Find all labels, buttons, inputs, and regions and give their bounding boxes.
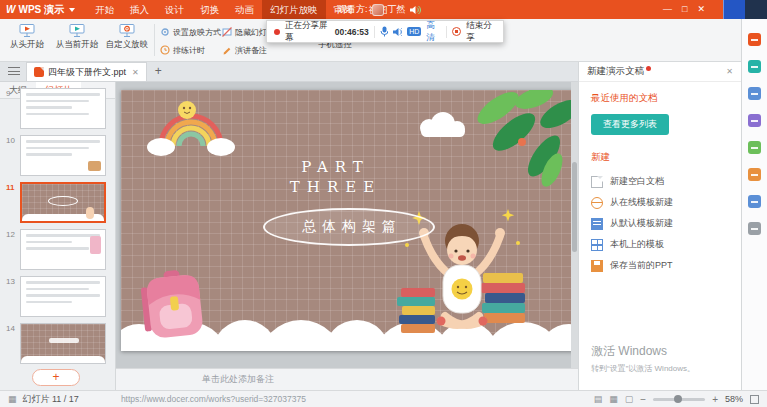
current-slide[interactable]: PART THREE 总体构架篇 bbox=[121, 90, 574, 351]
hide-slide-icon bbox=[222, 27, 232, 37]
stop-share-button[interactable]: 结束分享 bbox=[466, 20, 496, 44]
save-current-ppt-item[interactable]: 保存当前的PPT bbox=[591, 255, 729, 276]
add-slide-button[interactable]: + bbox=[32, 369, 80, 386]
viewer-name: 丁然 bbox=[388, 3, 406, 16]
close-document-icon[interactable]: ✕ bbox=[132, 68, 139, 77]
titlebar: W WPS 演示 开始 插入 设计 切换 动画 幻灯片放映 审阅 视图 观看方:… bbox=[0, 0, 767, 19]
meeting-viewer-info: 观看方: 丁然 bbox=[338, 0, 421, 19]
docer-url: https://www.docer.com/works?userid=32703… bbox=[121, 394, 306, 404]
search-icon[interactable] bbox=[748, 195, 761, 208]
chart-icon[interactable] bbox=[748, 114, 761, 127]
new-from-online-template-item[interactable]: 从在线模板新建 bbox=[591, 192, 729, 213]
thumbnail-row: 9 bbox=[0, 85, 115, 132]
book-stack-right bbox=[481, 273, 525, 323]
slide-thumbnail-10[interactable] bbox=[20, 135, 106, 176]
setup-show-button[interactable]: 设置放映方式 bbox=[160, 24, 221, 40]
share-status-text: 正在分享屏幕 bbox=[285, 20, 330, 44]
document-tabbar: 四年级下册作文.ppt ✕ + bbox=[0, 62, 578, 82]
close-button[interactable]: ✕ bbox=[697, 0, 705, 19]
recent-docs-header: 最近使用的文档 bbox=[591, 92, 729, 105]
new-section-header: 新建 bbox=[591, 151, 729, 164]
image-upload-icon[interactable] bbox=[748, 141, 761, 154]
default-template-icon bbox=[591, 218, 603, 230]
notes-area[interactable]: 单击此处添加备注 bbox=[116, 368, 578, 390]
viewer-label: 观看方: bbox=[338, 3, 368, 16]
new-from-default-template-item[interactable]: 从默认模板新建 bbox=[591, 213, 729, 234]
taskpane-close-icon[interactable]: ✕ bbox=[726, 67, 733, 76]
app-menu-caret-icon[interactable] bbox=[69, 8, 75, 12]
blank-doc-icon bbox=[591, 176, 603, 188]
tab-slideshow[interactable]: 幻灯片放映 bbox=[262, 0, 326, 19]
audio-icon[interactable] bbox=[393, 27, 403, 37]
hd-quality-label[interactable]: 高清 bbox=[426, 20, 441, 44]
right-tool-strip bbox=[741, 19, 767, 390]
speaker-notes-button[interactable]: 演讲备注 bbox=[222, 42, 267, 58]
share-timer: 00:46:53 bbox=[335, 27, 369, 37]
zoom-slider[interactable] bbox=[653, 398, 705, 401]
fullscreen-icon[interactable] bbox=[750, 395, 759, 404]
normal-view-icon[interactable]: ▤ bbox=[594, 394, 603, 404]
slide-thumbnail-11-selected[interactable] bbox=[20, 182, 106, 223]
thumbnail-row: 14 bbox=[0, 320, 115, 364]
gear-icon bbox=[160, 27, 170, 37]
zoom-slider-knob[interactable] bbox=[674, 395, 682, 403]
zoom-level: 58% bbox=[725, 394, 743, 404]
clock-icon bbox=[160, 45, 170, 55]
canvas-scrollbar[interactable] bbox=[571, 82, 578, 368]
online-template-icon bbox=[591, 197, 603, 209]
reading-view-icon[interactable]: ▢ bbox=[625, 394, 634, 404]
microphone-icon[interactable] bbox=[380, 26, 388, 37]
rehearse-timing-button[interactable]: 排练计时 bbox=[160, 42, 205, 58]
app-title: WPS 演示 bbox=[18, 3, 64, 17]
maximize-button[interactable]: □ bbox=[682, 0, 687, 19]
screen-share-panel: 正在分享屏幕 00:46:53 HD 高清 结束分享 bbox=[266, 20, 504, 43]
zoom-in-button[interactable]: + bbox=[712, 394, 718, 405]
document-tab[interactable]: 四年级下册作文.ppt ✕ bbox=[26, 62, 147, 81]
taskbar-overlay bbox=[723, 0, 767, 19]
recommend-icon[interactable] bbox=[748, 168, 761, 181]
tab-insert[interactable]: 插入 bbox=[122, 0, 157, 19]
part-three-text[interactable]: PART THREE bbox=[121, 158, 574, 197]
local-templates-item[interactable]: 本机上的模板 bbox=[591, 234, 729, 255]
tab-design[interactable]: 设计 bbox=[157, 0, 192, 19]
transition-icon[interactable] bbox=[748, 60, 761, 73]
minimize-button[interactable]: — bbox=[663, 0, 672, 19]
slide-title-oval[interactable]: 总体构架篇 bbox=[263, 208, 435, 246]
shape-icon[interactable] bbox=[748, 87, 761, 100]
taskpane-title: 新建演示文稿 bbox=[587, 65, 644, 78]
recording-dot-icon bbox=[274, 29, 280, 35]
taskbar-app-icon[interactable] bbox=[723, 0, 745, 19]
viewer-avatar bbox=[372, 4, 384, 16]
thumbnail-row: 12 bbox=[0, 226, 115, 273]
hd-badge: HD bbox=[407, 27, 421, 36]
grid-view-icon[interactable]: ▦ bbox=[8, 394, 17, 404]
wps-logo[interactable]: W WPS 演示 bbox=[6, 3, 75, 17]
tab-home[interactable]: 开始 bbox=[87, 0, 122, 19]
play-from-current-icon bbox=[69, 24, 85, 37]
play-from-current-button[interactable]: 从当前开始 bbox=[52, 21, 102, 59]
slide-thumbnail-14[interactable] bbox=[20, 323, 106, 364]
tab-transition[interactable]: 切换 bbox=[192, 0, 227, 19]
slide-thumbnail-12[interactable] bbox=[20, 229, 106, 270]
editor-canvas: PART THREE 总体构架篇 bbox=[116, 82, 578, 368]
taskbar-corner-icon[interactable] bbox=[745, 0, 767, 19]
play-from-start-button[interactable]: 从头开始 bbox=[2, 21, 52, 59]
thumbnail-row: 11 bbox=[0, 179, 115, 226]
zoom-out-button[interactable]: − bbox=[640, 394, 646, 405]
new-blank-doc-item[interactable]: 新建空白文档 bbox=[591, 171, 729, 192]
sorter-view-icon[interactable]: ▦ bbox=[609, 394, 618, 404]
new-file-icon[interactable] bbox=[748, 33, 761, 46]
custom-show-icon bbox=[119, 24, 135, 37]
tab-animation[interactable]: 动画 bbox=[227, 0, 262, 19]
slide-thumbnail-9[interactable] bbox=[20, 88, 106, 129]
settings-icon[interactable] bbox=[748, 222, 761, 235]
custom-show-button[interactable]: 自定义放映 bbox=[102, 21, 152, 59]
ribbon-separator bbox=[154, 24, 155, 56]
statusbar-right: ▤ ▦ ▢ − + 58% bbox=[594, 394, 767, 405]
new-document-tab-button[interactable]: + bbox=[155, 64, 162, 78]
menu-icon[interactable] bbox=[8, 67, 20, 75]
slide-thumbnail-13[interactable] bbox=[20, 276, 106, 317]
speaker-icon[interactable] bbox=[410, 5, 421, 15]
view-more-button[interactable]: 查看更多列表 bbox=[591, 114, 669, 135]
share-separator bbox=[374, 26, 375, 38]
